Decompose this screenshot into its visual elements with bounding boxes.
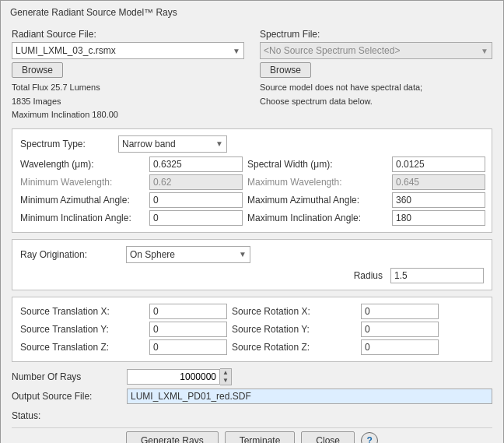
max-azimuthal-input[interactable] (392, 192, 485, 208)
dialog-title: Generate Radiant Source Model™ Rays (10, 7, 177, 18)
max-wavelength-label: Maximum Wavelength: (247, 177, 387, 188)
translation-y-label: Source Translation Y: (20, 324, 145, 335)
radius-label: Radius (354, 270, 383, 281)
spectral-width-label: Spectral Width (μm): (247, 159, 387, 170)
translation-x-input[interactable] (149, 304, 227, 319)
rays-input[interactable] (127, 369, 220, 385)
min-inclination-input[interactable] (149, 210, 243, 226)
source-file-label: Radiant Source File: (12, 29, 244, 40)
min-azimuthal-label: Minimum Azimuthal Angle: (20, 195, 145, 206)
rotation-y-input[interactable] (361, 322, 439, 337)
ray-origination-panel: Ray Origination: On Sphere ▼ Radius (12, 239, 492, 290)
min-azimuthal-input[interactable] (149, 192, 243, 208)
spectrum-type-label: Spectrum Type: (20, 139, 114, 149)
rotation-x-input[interactable] (361, 304, 439, 319)
source-file-value: LUMI_LXML_03_c.rsmx (16, 45, 233, 56)
rotation-z-input[interactable] (361, 339, 439, 355)
source-browse-button[interactable]: Browse (12, 62, 63, 78)
rays-label: Number Of Rays (12, 371, 121, 382)
spectrum-type-combo[interactable]: Narrow band ▼ (118, 135, 227, 153)
title-bar: Generate Radiant Source Model™ Rays (1, 1, 503, 21)
min-inclination-label: Minimum Inclination Angle: (20, 213, 145, 223)
source-file-section: Radiant Source File: LUMI_LXML_03_c.rsmx… (12, 29, 244, 122)
output-section: Number Of Rays ▲ ▼ Output Source File: (12, 368, 492, 404)
close-button[interactable]: Close (301, 431, 355, 443)
spectrum-info-line1: Source model does not have spectral data… (260, 81, 492, 95)
output-row: Output Source File: (12, 389, 492, 404)
output-label: Output Source File: (12, 391, 121, 402)
translation-z-label: Source Translation Z: (20, 342, 145, 353)
dialog-window: Generate Radiant Source Model™ Rays Radi… (0, 0, 504, 443)
ray-origination-label: Ray Origination: (20, 249, 121, 260)
source-file-combo[interactable]: LUMI_LXML_03_c.rsmx ▼ (12, 42, 244, 59)
rays-spin-up[interactable]: ▲ (220, 369, 231, 377)
max-wavelength-input[interactable] (392, 174, 485, 190)
spectral-width-input[interactable] (392, 156, 485, 172)
ray-origination-combo[interactable]: On Sphere ▼ (126, 246, 250, 263)
help-button[interactable]: ? (361, 432, 378, 443)
terminate-button[interactable]: Terminate (225, 431, 296, 443)
ray-origination-dropdown-icon[interactable]: ▼ (239, 250, 247, 258)
rays-row: Number Of Rays ▲ ▼ (12, 368, 492, 385)
rotation-y-label: Source Rotation Y: (232, 324, 356, 335)
source-file-info: Total Flux 25.7 Lumens 1835 Images Maxim… (12, 81, 244, 122)
transform-panel: Source Translation X: Source Rotation X:… (12, 297, 492, 362)
rotation-x-label: Source Rotation X: (232, 306, 356, 317)
radius-input[interactable] (390, 268, 484, 283)
source-file-dropdown-icon[interactable]: ▼ (233, 47, 240, 55)
ray-origination-value: On Sphere (130, 249, 239, 260)
spectrum-panel: Spectrum Type: Narrow band ▼ Wavelength … (12, 128, 492, 233)
max-inclination-label: Maximum Inclination Angle: (247, 213, 387, 223)
spectrum-file-dropdown-icon[interactable]: ▼ (481, 47, 488, 55)
source-info-line2: 1835 Images (12, 95, 244, 109)
max-inclination-input[interactable] (392, 210, 485, 226)
status-row: Status: (12, 407, 492, 427)
spectrum-file-section: Spectrum File: <No Source Spectrum Selec… (260, 29, 492, 122)
rays-spin-down[interactable]: ▼ (220, 377, 231, 385)
button-row: Generate Rays Terminate Close ? (12, 428, 492, 443)
spectrum-file-info: Source model does not have spectral data… (260, 81, 492, 108)
spectrum-file-value: <No Source Spectrum Selected> (264, 45, 481, 56)
source-info-line1: Total Flux 25.7 Lumens (12, 81, 244, 95)
translation-z-input[interactable] (149, 339, 227, 355)
rays-spinner-buttons: ▲ ▼ (220, 368, 232, 385)
spectrum-info-line2: Choose spectrum data below. (260, 95, 492, 109)
min-wavelength-input[interactable] (149, 174, 243, 190)
output-input[interactable] (127, 389, 492, 404)
spectrum-type-value: Narrow band (122, 139, 215, 149)
rotation-z-label: Source Rotation Z: (232, 342, 356, 353)
max-azimuthal-label: Maximum Azimuthal Angle: (247, 195, 387, 206)
rays-spinner: ▲ ▼ (127, 368, 232, 385)
wavelength-label: Wavelength (μm): (20, 159, 145, 170)
status-label: Status: (12, 410, 40, 421)
spectrum-file-combo[interactable]: <No Source Spectrum Selected> ▼ (260, 42, 492, 59)
min-wavelength-label: Minimum Wavelength: (20, 177, 145, 188)
translation-x-label: Source Translation X: (20, 306, 145, 317)
wavelength-input[interactable] (149, 156, 243, 172)
translation-y-input[interactable] (149, 322, 227, 337)
spectrum-file-label: Spectrum File: (260, 29, 492, 40)
source-info-line3: Maximum Inclination 180.00 (12, 108, 244, 122)
spectrum-browse-button[interactable]: Browse (260, 62, 311, 78)
generate-button[interactable]: Generate Rays (126, 431, 219, 443)
spectrum-type-dropdown-icon[interactable]: ▼ (215, 139, 223, 148)
